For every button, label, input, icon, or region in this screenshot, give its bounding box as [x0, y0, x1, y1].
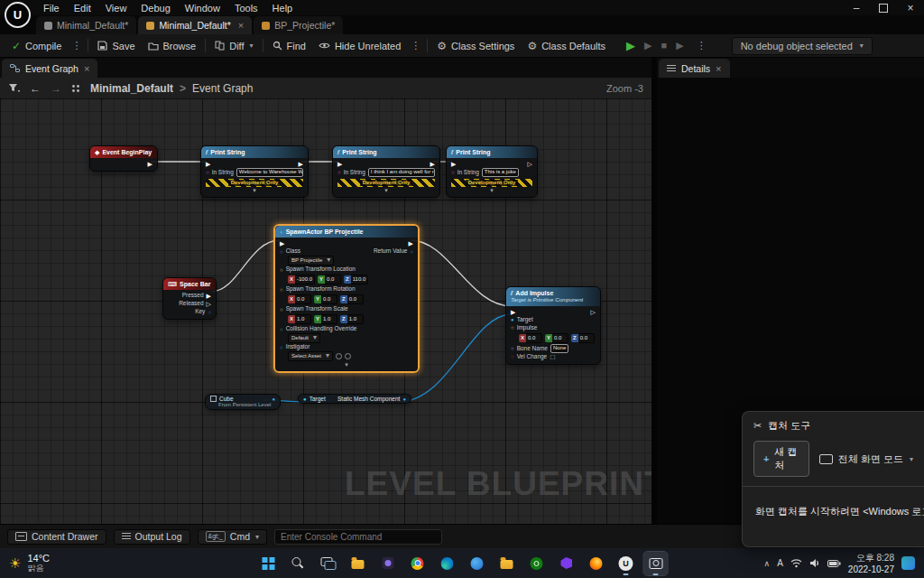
- vel-change-pin[interactable]: ○: [511, 354, 514, 359]
- tab-close-icon[interactable]: ×: [716, 63, 721, 74]
- released-exec-pin[interactable]: ▷: [207, 301, 211, 307]
- string-value-field[interactable]: I think I am doing well for now: [368, 168, 435, 177]
- advanced-pins-chevron-icon[interactable]: ▾: [204, 187, 305, 194]
- rotation-pin[interactable]: ○: [280, 287, 283, 293]
- location-z-field[interactable]: 110.0: [351, 275, 369, 284]
- impulse-z-field[interactable]: 0.0: [578, 333, 595, 343]
- node-space-bar[interactable]: ⌨ Space Bar Pressed▶ Released▷ Key○: [162, 277, 217, 320]
- advanced-pins-chevron-icon[interactable]: ▾: [278, 361, 415, 368]
- menu-help[interactable]: Help: [265, 3, 300, 14]
- console-input[interactable]: [274, 529, 442, 545]
- menu-tools[interactable]: Tools: [227, 3, 265, 14]
- string-pin[interactable]: ○: [337, 170, 341, 175]
- node-add-impulse[interactable]: fAdd Impulse Target is Primitive Compone…: [505, 286, 601, 365]
- target-in-pin[interactable]: ●: [303, 396, 307, 402]
- scale-z-field[interactable]: 1.0: [347, 314, 364, 324]
- impulse-x-field[interactable]: 0.0: [526, 333, 542, 343]
- eject-button[interactable]: ▶: [676, 41, 683, 51]
- menu-window[interactable]: Window: [178, 3, 227, 14]
- exec-out-pin[interactable]: ▷: [528, 161, 532, 167]
- bone-name-field[interactable]: None: [550, 344, 568, 353]
- scale-y-field[interactable]: 1.0: [321, 314, 337, 324]
- exec-in-pin[interactable]: ▶: [511, 309, 515, 315]
- forward-arrow-icon[interactable]: →: [51, 82, 61, 95]
- tray-expand-chevron-icon[interactable]: ∧: [764, 559, 771, 568]
- exec-out-pin[interactable]: ▶: [299, 161, 303, 167]
- hide-unrelated-button[interactable]: Hide Unrelated: [312, 36, 407, 56]
- tab-level-minimal-default[interactable]: Minimal_Default*: [36, 16, 136, 34]
- start-button[interactable]: [257, 552, 281, 575]
- file-explorer-button[interactable]: [346, 552, 370, 575]
- unreal-logo-icon[interactable]: U: [5, 2, 31, 28]
- tab-blueprint-minimal-default[interactable]: Minimal_Default* ×: [138, 16, 252, 34]
- vel-change-checkbox[interactable]: ☐: [550, 354, 555, 360]
- chrome-button[interactable]: [406, 552, 430, 575]
- component-out-pin[interactable]: ●: [402, 396, 406, 402]
- node-print-string-2[interactable]: f Print String ▶▶ ○In StringI think I am…: [332, 145, 440, 198]
- instigator-asset-dropdown[interactable]: Select Asset▾: [288, 351, 333, 361]
- ime-indicator[interactable]: A: [777, 558, 783, 568]
- visual-studio-button[interactable]: [555, 552, 578, 575]
- stop-button[interactable]: ■: [661, 41, 668, 51]
- node-print-string-1[interactable]: f Print String ▶▶ ○In StringWelcome to W…: [200, 145, 309, 198]
- unreal-engine-button[interactable]: U: [614, 552, 638, 575]
- menu-debug[interactable]: Debug: [134, 3, 177, 14]
- tab-bp-projectile[interactable]: BP_Projectile*: [254, 16, 343, 34]
- graph-filter-icon[interactable]: [8, 83, 20, 93]
- return-value-pin[interactable]: ○: [410, 249, 413, 255]
- diff-button[interactable]: Diff ▾: [208, 36, 259, 56]
- content-drawer-button[interactable]: Content Drawer: [7, 529, 106, 545]
- node-spawn-actor-bp-projectile[interactable]: ● SpawnActor BP Projectile ▶▶ ○ Class Re…: [273, 224, 420, 373]
- browse-button[interactable]: Browse: [142, 36, 203, 56]
- node-event-beginplay[interactable]: ◆ Event BeginPlay ▶: [89, 145, 158, 172]
- save-button[interactable]: Save: [91, 36, 141, 56]
- exec-out-pin[interactable]: ▷: [591, 309, 596, 315]
- pressed-exec-pin[interactable]: ▶: [207, 293, 211, 299]
- scale-pin[interactable]: ○: [280, 307, 283, 312]
- weather-widget[interactable]: ☀ 14°C 맑음: [0, 553, 59, 573]
- play-button[interactable]: ▶: [626, 40, 635, 51]
- location-pin[interactable]: ○: [280, 267, 283, 273]
- new-capture-button[interactable]: + 새 캡처: [753, 441, 809, 477]
- class-defaults-button[interactable]: ⚙ Class Defaults: [521, 36, 612, 56]
- maximize-icon[interactable]: [870, 0, 897, 15]
- class-select-dropdown[interactable]: BP Projectile▾: [288, 256, 334, 266]
- firefox-button[interactable]: [585, 552, 608, 575]
- menu-edit[interactable]: Edit: [67, 3, 98, 14]
- menu-view[interactable]: View: [98, 3, 134, 14]
- browse-asset-icon[interactable]: [345, 353, 351, 359]
- exec-out-pin[interactable]: ▶: [409, 240, 413, 247]
- node-static-mesh-component[interactable]: ● Target Static Mesh Component ●: [298, 394, 411, 404]
- string-pin[interactable]: ○: [451, 170, 455, 175]
- edge-button[interactable]: [436, 552, 459, 575]
- event-graph-canvas[interactable]: LEVEL BLUEPRINT ◆ Event BeginPlay ▶ f: [0, 98, 651, 524]
- bone-name-pin[interactable]: ○: [511, 346, 514, 351]
- node-print-string-3[interactable]: f Print String ▶▷ ○In StringThis is a jo…: [446, 145, 538, 198]
- bookmarks-icon[interactable]: [71, 84, 80, 93]
- search-button[interactable]: [287, 552, 310, 575]
- minimize-icon[interactable]: –: [843, 0, 870, 15]
- collision-dropdown[interactable]: Default▾: [288, 333, 320, 343]
- play-options-kebab-icon[interactable]: ⋮: [693, 40, 710, 51]
- instigator-pin[interactable]: ○: [280, 345, 283, 350]
- find-button[interactable]: Find: [266, 36, 312, 56]
- cmd-dropdown[interactable]: &gt;_ Cmd ▾: [198, 529, 268, 545]
- string-value-field[interactable]: Welcome to Warehouse Wreckage!: [236, 168, 303, 177]
- volume-icon[interactable]: [809, 558, 820, 568]
- key-pin[interactable]: ○: [208, 310, 211, 315]
- target-pin[interactable]: ●: [511, 317, 514, 322]
- tab-close-icon[interactable]: ×: [84, 63, 89, 74]
- frame-skip-button[interactable]: ▶: [644, 41, 651, 51]
- impulse-y-field[interactable]: 0.0: [552, 333, 568, 343]
- advanced-pins-chevron-icon[interactable]: ▾: [449, 187, 534, 194]
- string-value-field[interactable]: This is a joke: [482, 168, 519, 177]
- impulse-pin[interactable]: ○: [511, 325, 514, 331]
- node-cube-reference[interactable]: Cube ● From Persistent Level: [205, 394, 281, 410]
- task-view-button[interactable]: [317, 552, 340, 575]
- advanced-pins-chevron-icon[interactable]: ▾: [336, 187, 437, 194]
- menu-file[interactable]: File: [36, 3, 67, 14]
- debug-object-dropdown[interactable]: No debug object selected ▾: [732, 37, 873, 55]
- folder-button[interactable]: [495, 552, 519, 575]
- exec-in-pin[interactable]: ▶: [337, 161, 342, 167]
- wifi-icon[interactable]: [790, 558, 802, 568]
